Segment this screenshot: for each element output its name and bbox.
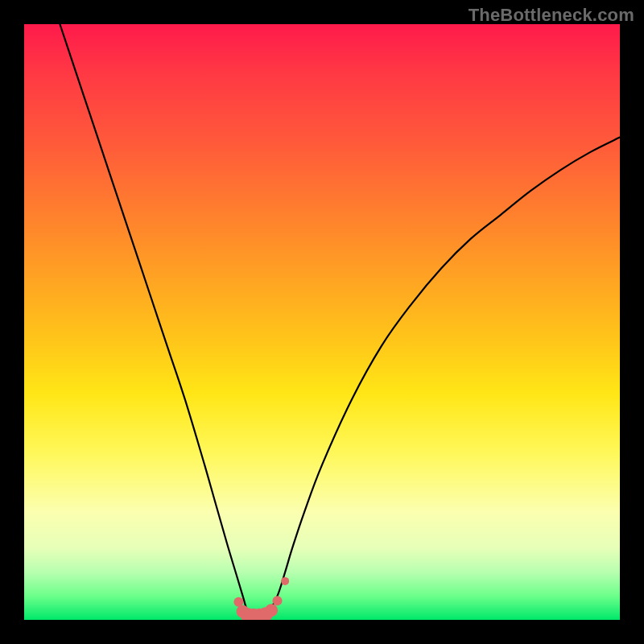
chart-frame: TheBottleneck.com	[0, 0, 644, 644]
highlight-dot	[265, 604, 278, 617]
watermark-label: TheBottleneck.com	[469, 5, 634, 26]
curve-layer	[24, 24, 620, 620]
plot-area	[24, 24, 620, 620]
highlight-dot	[281, 577, 289, 585]
bottleneck-curve-path	[60, 24, 620, 617]
highlight-dot	[273, 596, 283, 605]
